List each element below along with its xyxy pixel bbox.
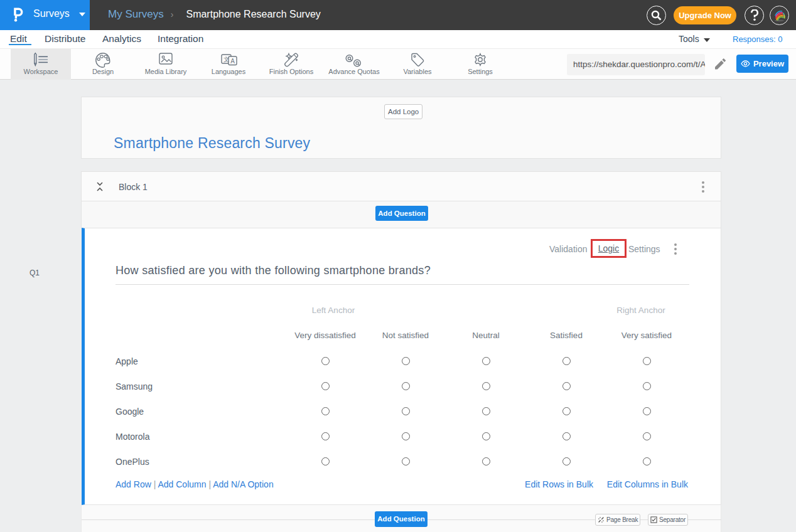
svg-text:A: A xyxy=(230,58,235,65)
svg-text:文: 文 xyxy=(223,56,229,63)
